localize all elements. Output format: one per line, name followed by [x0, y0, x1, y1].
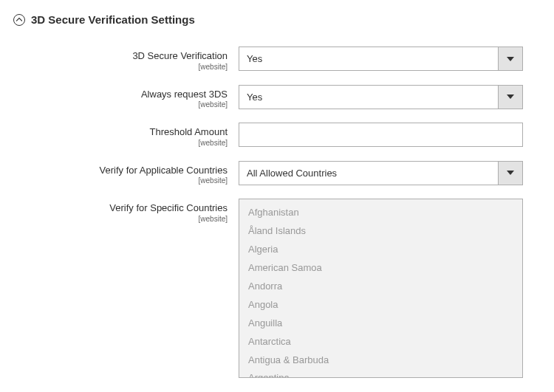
select-arrow [498, 86, 522, 109]
multiselect-option[interactable]: Argentina [239, 369, 522, 378]
select-arrow [498, 47, 522, 70]
multiselect-option[interactable]: Åland Islands [239, 222, 522, 241]
select-always-request-3ds[interactable]: Yes [239, 85, 523, 109]
multiselect-option[interactable]: Algeria [239, 241, 522, 259]
field-applicable-countries: Verify for Applicable Countries [website… [13, 161, 541, 186]
caret-down-icon [507, 57, 514, 61]
field-scope: [website] [13, 215, 228, 224]
field-threshold-amount: Threshold Amount [website] [13, 123, 541, 148]
caret-down-icon [507, 171, 514, 175]
multiselect-option[interactable]: American Samoa [239, 259, 522, 278]
select-arrow [498, 162, 522, 185]
field-label: Threshold Amount [13, 126, 228, 138]
field-scope: [website] [13, 176, 228, 185]
multiselect-option[interactable]: Andorra [239, 278, 522, 296]
multiselect-specific-countries[interactable]: Afghanistan Åland Islands Algeria Americ… [239, 199, 523, 378]
field-label: Always request 3DS [13, 89, 228, 100]
field-always-request-3ds: Always request 3DS [website] Yes [13, 85, 541, 110]
multiselect-option[interactable]: Anguilla [239, 314, 522, 333]
select-applicable-countries[interactable]: All Allowed Countries [239, 161, 523, 185]
field-scope: [website] [13, 63, 228, 72]
select-value: All Allowed Countries [239, 162, 498, 185]
field-specific-countries: Verify for Specific Countries [website] … [13, 199, 541, 378]
section-title: 3D Secure Verification Settings [31, 13, 195, 26]
chevron-up-icon [16, 17, 22, 23]
field-label: Verify for Applicable Countries [13, 165, 228, 176]
multiselect-option[interactable]: Afghanistan [239, 204, 522, 222]
caret-down-icon [507, 94, 514, 99]
select-value: Yes [239, 86, 498, 109]
input-threshold-amount[interactable] [239, 123, 523, 147]
section-header: 3D Secure Verification Settings [13, 13, 541, 26]
multiselect-option[interactable]: Antarctica [239, 333, 522, 351]
collapse-toggle[interactable] [13, 14, 25, 26]
field-label: Verify for Specific Countries [13, 202, 228, 214]
field-scope: [website] [13, 139, 228, 148]
field-label: 3D Secure Verification [13, 50, 228, 62]
select-value: Yes [239, 47, 498, 70]
field-3d-secure-verification: 3D Secure Verification [website] Yes [13, 47, 541, 72]
multiselect-option[interactable]: Angola [239, 296, 522, 314]
field-scope: [website] [13, 100, 228, 109]
select-3d-secure-verification[interactable]: Yes [239, 47, 523, 71]
multiselect-option[interactable]: Antigua & Barbuda [239, 351, 522, 370]
